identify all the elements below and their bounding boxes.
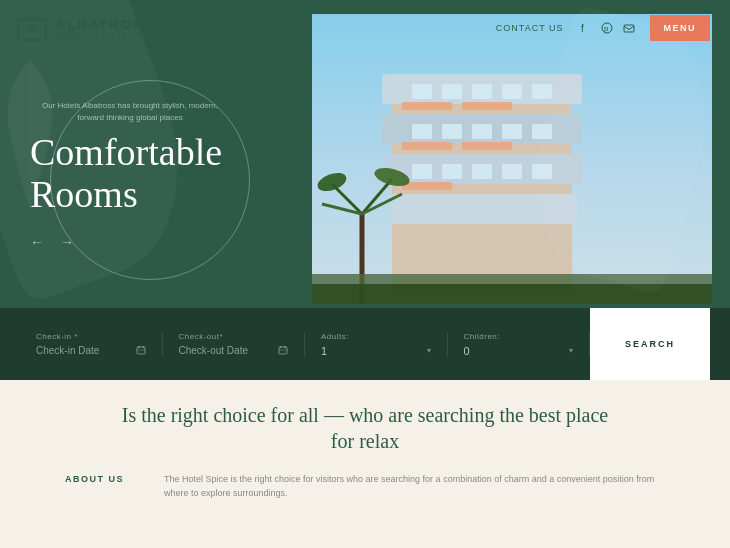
- logo-icon: [16, 12, 48, 44]
- about-us-text: The Hotel Spice is the right choice for …: [164, 472, 665, 501]
- logo-text: ALBATROSS PREMIUM HOTEL & SPA: [56, 17, 165, 39]
- svg-text:f: f: [581, 23, 584, 34]
- hero-image: [312, 14, 712, 304]
- svg-rect-41: [137, 347, 145, 354]
- search-button-label: SEARCH: [625, 339, 675, 349]
- bottom-tagline: Is the right choice for all — who are se…: [115, 402, 615, 454]
- svg-rect-24: [472, 164, 492, 179]
- svg-rect-19: [472, 124, 492, 139]
- svg-rect-31: [402, 182, 452, 190]
- booking-bar: Check-in * Check-in Date Check-out* Chec…: [0, 308, 730, 380]
- facebook-icon[interactable]: f: [578, 21, 592, 35]
- checkout-label: Check-out*: [179, 332, 289, 341]
- hero-tagline: Our Hotels Albatross has brought stylish…: [30, 100, 230, 124]
- svg-rect-15: [502, 84, 522, 99]
- menu-button[interactable]: MENU: [650, 15, 711, 41]
- hero-title-line2: Rooms: [30, 173, 138, 215]
- svg-rect-16: [532, 84, 552, 99]
- children-value: 0: [464, 345, 470, 357]
- svg-rect-13: [442, 84, 462, 99]
- checkout-value: Check-out Date: [179, 345, 248, 356]
- svg-text:p: p: [604, 24, 609, 33]
- svg-rect-26: [532, 164, 552, 179]
- pinterest-icon[interactable]: p: [600, 21, 614, 35]
- header: ALBATROSS PREMIUM HOTEL & SPA CONTACT US…: [0, 0, 730, 56]
- email-icon[interactable]: [622, 21, 636, 35]
- contact-link[interactable]: CONTACT US: [496, 23, 564, 33]
- next-slide-button[interactable]: →: [60, 234, 74, 250]
- svg-rect-40: [312, 284, 712, 304]
- hero-title-line1: Comfortable: [30, 131, 222, 173]
- calendar-icon: [136, 345, 146, 357]
- svg-rect-28: [462, 102, 512, 110]
- hero-title: Comfortable Rooms: [30, 132, 230, 216]
- svg-rect-14: [472, 84, 492, 99]
- svg-rect-23: [442, 164, 462, 179]
- svg-rect-30: [462, 142, 512, 150]
- svg-rect-21: [532, 124, 552, 139]
- checkin-value: Check-in Date: [36, 345, 99, 356]
- brand-subtitle: PREMIUM HOTEL & SPA: [56, 32, 165, 39]
- checkin-input-row[interactable]: Check-in Date: [36, 345, 146, 357]
- building-illustration: [312, 14, 712, 304]
- leaf-right-decoration: [570, 30, 670, 210]
- prev-slide-button[interactable]: ←: [30, 234, 44, 250]
- checkout-input-row[interactable]: Check-out Date: [179, 345, 289, 357]
- svg-rect-45: [279, 347, 287, 354]
- svg-rect-17: [412, 124, 432, 139]
- svg-rect-18: [442, 124, 462, 139]
- search-button[interactable]: SEARCH: [590, 308, 710, 380]
- svg-rect-27: [402, 102, 452, 110]
- checkout-field: Check-out* Check-out Date: [163, 332, 306, 357]
- children-field: Children: 0 ▾: [448, 332, 591, 357]
- calendar-icon-2: [278, 345, 288, 357]
- hero-content: Our Hotels Albatross has brought stylish…: [30, 100, 230, 250]
- social-icons: f p: [578, 21, 636, 35]
- checkin-label: Check-in *: [36, 332, 146, 341]
- children-label: Children:: [464, 332, 574, 341]
- svg-rect-12: [412, 84, 432, 99]
- about-us-label[interactable]: ABOUT US: [65, 472, 124, 484]
- svg-rect-29: [402, 142, 452, 150]
- svg-rect-11: [392, 194, 577, 224]
- children-select[interactable]: 0 ▾: [464, 345, 574, 357]
- children-chevron-icon: ▾: [569, 346, 573, 355]
- adults-select[interactable]: 1 ▾: [321, 345, 431, 357]
- adults-chevron-icon: ▾: [427, 346, 431, 355]
- adults-field: Adults: 1 ▾: [305, 332, 448, 357]
- svg-rect-0: [18, 20, 46, 40]
- nav-right: CONTACT US f p MENU: [496, 15, 710, 41]
- logo: ALBATROSS PREMIUM HOTEL & SPA: [16, 12, 165, 44]
- brand-name: ALBATROSS: [56, 17, 165, 32]
- adults-label: Adults:: [321, 332, 431, 341]
- hero-navigation: ← →: [30, 234, 230, 250]
- bottom-section: Is the right choice for all — who are se…: [0, 380, 730, 548]
- checkin-field: Check-in * Check-in Date: [20, 332, 163, 357]
- svg-rect-25: [502, 164, 522, 179]
- adults-value: 1: [321, 345, 327, 357]
- svg-rect-5: [624, 25, 634, 32]
- svg-rect-20: [502, 124, 522, 139]
- svg-rect-22: [412, 164, 432, 179]
- about-content: ABOUT US The Hotel Spice is the right ch…: [65, 472, 665, 501]
